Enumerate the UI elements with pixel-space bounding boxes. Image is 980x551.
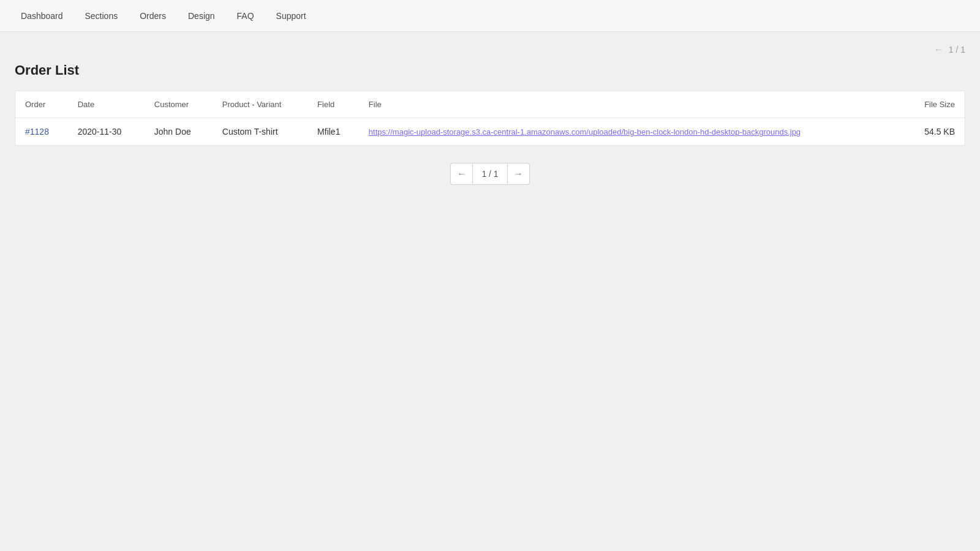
nav-item-sections[interactable]: Sections: [74, 0, 129, 31]
col-header-date: Date: [68, 91, 145, 118]
cell-product-variant: Custom T-shirt: [213, 118, 307, 146]
file-download-link[interactable]: https://magic-upload-storage.s3.ca-centr…: [369, 127, 801, 137]
nav-item-orders[interactable]: Orders: [129, 0, 177, 31]
main-content: ← 1 / 1 Order List Order Date Customer P…: [0, 32, 980, 197]
order-table-container: Order Date Customer Product - Variant Fi…: [15, 91, 965, 146]
cell-customer: John Doe: [145, 118, 213, 146]
cell-field: Mfile1: [307, 118, 359, 146]
table-row: #11282020-11-30John DoeCustom T-shirtMfi…: [15, 118, 965, 146]
prev-page-button[interactable]: ←: [450, 163, 472, 185]
table-body: #11282020-11-30John DoeCustom T-shirtMfi…: [15, 118, 965, 146]
top-pagination-info: 1 / 1: [949, 45, 965, 54]
col-header-field: Field: [307, 91, 359, 118]
order-table: Order Date Customer Product - Variant Fi…: [15, 91, 965, 145]
main-nav: DashboardSectionsOrdersDesignFAQSupport: [0, 0, 980, 32]
top-prev-arrow[interactable]: ←: [934, 44, 944, 55]
cell-file: https://magic-upload-storage.s3.ca-centr…: [359, 118, 904, 146]
cell-order: #1128: [15, 118, 68, 146]
col-header-customer: Customer: [145, 91, 213, 118]
page-title: Order List: [15, 62, 965, 78]
bottom-pagination-info: 1 / 1: [472, 163, 507, 185]
col-header-file: File: [359, 91, 904, 118]
nav-item-faq[interactable]: FAQ: [226, 0, 265, 31]
table-header: Order Date Customer Product - Variant Fi…: [15, 91, 965, 118]
cell-file-size: 54.5 KB: [904, 118, 965, 146]
nav-item-dashboard[interactable]: Dashboard: [10, 0, 74, 31]
col-header-order: Order: [15, 91, 68, 118]
nav-item-design[interactable]: Design: [177, 0, 226, 31]
top-pagination: ← 1 / 1: [15, 44, 965, 55]
bottom-pagination: ← 1 / 1 →: [15, 163, 965, 185]
col-header-product-variant: Product - Variant: [213, 91, 307, 118]
order-id-link[interactable]: #1128: [25, 127, 49, 137]
nav-item-support[interactable]: Support: [265, 0, 317, 31]
next-page-button[interactable]: →: [508, 163, 530, 185]
cell-date: 2020-11-30: [68, 118, 145, 146]
col-header-file-size: File Size: [904, 91, 965, 118]
